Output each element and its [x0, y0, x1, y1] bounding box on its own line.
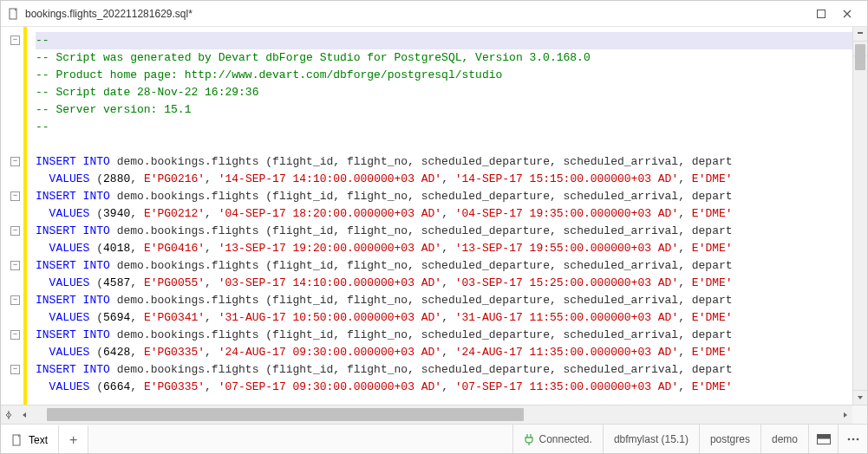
tab-add-button[interactable]: + [59, 425, 88, 453]
code-line[interactable]: INSERT INTO demo.bookings.flights (fligh… [36, 153, 852, 171]
code-line[interactable]: VALUES (6664, E'PG0335', '07-SEP-17 09:3… [36, 379, 852, 396]
code-line[interactable]: INSERT INTO demo.bookings.flights (fligh… [36, 292, 852, 309]
user-slot[interactable]: postgres [699, 425, 760, 453]
code-line[interactable]: VALUES (4587, E'PG0055', '03-SEP-17 14:1… [36, 275, 852, 292]
code-line[interactable]: -- Product home page: http://www.devart.… [36, 67, 852, 84]
horizontal-scroll-thumb[interactable] [47, 408, 524, 421]
svg-point-8 [856, 438, 858, 440]
tab-text-label: Text [29, 434, 48, 446]
close-button[interactable] [834, 4, 860, 23]
more-options-button[interactable] [838, 425, 867, 453]
server-slot[interactable]: dbfmylast (15.1) [603, 425, 699, 453]
fold-toggle[interactable] [10, 295, 20, 305]
split-handle[interactable] [1, 405, 16, 424]
server-label: dbfmylast (15.1) [614, 433, 689, 445]
database-slot[interactable]: demo [760, 425, 808, 453]
code-line[interactable]: INSERT INTO demo.bookings.flights (fligh… [36, 257, 852, 275]
fold-toggle[interactable] [10, 226, 20, 236]
gutter [1, 27, 27, 405]
code-line[interactable]: -- [36, 119, 852, 136]
fold-toggle[interactable] [10, 365, 20, 374]
user-label: postgres [710, 433, 750, 445]
code-line[interactable]: VALUES (3940, E'PG0212', '04-SEP-17 18:2… [36, 205, 852, 223]
svg-point-6 [847, 438, 850, 440]
fold-toggle[interactable] [10, 36, 20, 45]
vertical-scroll-thumb[interactable] [855, 44, 865, 70]
scroll-right-arrow[interactable] [838, 405, 852, 424]
scroll-down-arrow[interactable] [853, 390, 867, 405]
code-line[interactable]: INSERT INTO demo.bookings.flights (fligh… [36, 327, 852, 344]
database-label: demo [772, 433, 798, 445]
editor-area: ---- Script was generated by Devart dbFo… [1, 27, 867, 405]
code-line[interactable]: -- Script date 28-Nov-22 16:29:36 [36, 84, 852, 101]
layout-toggle-button[interactable] [808, 425, 838, 453]
fold-toggle[interactable] [10, 191, 20, 201]
tab-text[interactable]: Text [1, 425, 59, 453]
code-line[interactable]: -- [36, 32, 852, 49]
dots-icon [847, 438, 859, 441]
code-line[interactable]: -- Script was generated by Devart dbForg… [36, 49, 852, 67]
tab-add-label: + [69, 432, 77, 448]
vertical-scrollbar[interactable] [852, 27, 867, 405]
code-line[interactable]: VALUES (6428, E'PG0335', '24-AUG-17 09:3… [36, 344, 852, 361]
fold-toggle[interactable] [10, 330, 20, 340]
window-title: bookings.flights_202211281629.sql* [25, 8, 808, 20]
scroll-left-arrow[interactable] [16, 405, 31, 424]
code-line[interactable]: VALUES (5694, E'PG0341', '31-AUG-17 10:5… [36, 309, 852, 327]
maximize-button[interactable] [808, 4, 834, 23]
code-line[interactable] [36, 136, 852, 153]
horizontal-scrollbar[interactable] [1, 405, 867, 424]
layout-icon [817, 434, 831, 444]
file-icon [8, 8, 20, 20]
title-bar: bookings.flights_202211281629.sql* [1, 1, 867, 27]
svg-point-7 [852, 438, 854, 440]
fold-toggle[interactable] [10, 157, 20, 166]
code-line[interactable]: VALUES (2880, E'PG0216', '14-SEP-17 14:1… [36, 171, 852, 188]
text-tab-icon [11, 434, 23, 446]
horizontal-scroll-track[interactable] [31, 405, 838, 424]
plug-icon [524, 433, 534, 445]
connection-status-label: Connected. [539, 433, 592, 445]
code-line[interactable]: VALUES (4018, E'PG0416', '13-SEP-17 19:2… [36, 240, 852, 257]
scroll-up-button[interactable] [853, 27, 867, 42]
code-line[interactable]: INSERT INTO demo.bookings.flights (fligh… [36, 361, 852, 379]
svg-rect-1 [818, 10, 826, 17]
status-bar: Text + Connected. dbfmylast (15.1) postg… [1, 424, 867, 453]
code-line[interactable]: INSERT INTO demo.bookings.flights (fligh… [36, 188, 852, 205]
scroll-corner [852, 405, 867, 424]
connection-status[interactable]: Connected. [512, 425, 603, 453]
svg-rect-5 [817, 434, 830, 438]
code-line[interactable]: INSERT INTO demo.bookings.flights (fligh… [36, 223, 852, 240]
fold-toggle[interactable] [10, 261, 20, 270]
code-viewport[interactable]: ---- Script was generated by Devart dbFo… [27, 27, 852, 405]
code-line[interactable]: -- Server version: 15.1 [36, 101, 852, 119]
